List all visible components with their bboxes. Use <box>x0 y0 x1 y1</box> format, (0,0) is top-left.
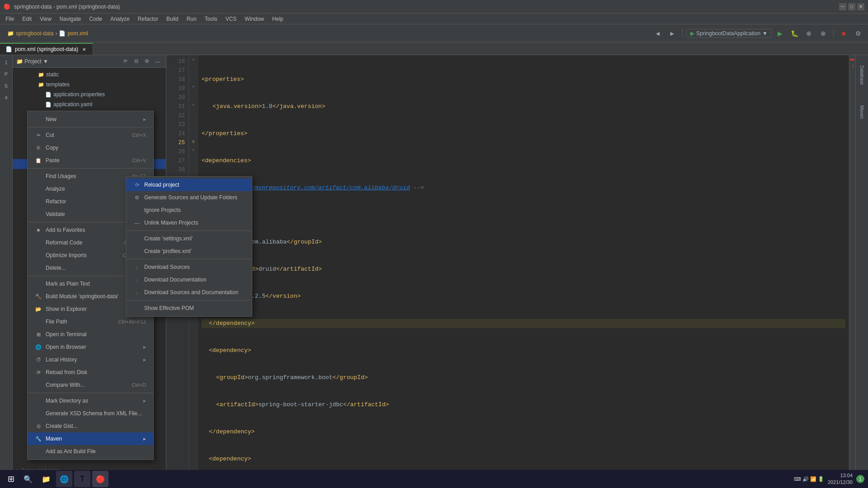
submenu-download-sources[interactable]: ↓ Download Sources <box>126 261 252 273</box>
menu-window[interactable]: Window <box>241 15 268 23</box>
ctx-icon-terminal: ⊞ <box>35 332 42 338</box>
ctx-arrow-browser: ▸ <box>143 344 146 350</box>
left-icon-4[interactable]: 4 <box>1 92 12 103</box>
ctx-item-new[interactable]: New ▸ <box>28 113 153 126</box>
ctx-item-ant-build[interactable]: Add as Ant Build File <box>28 445 153 458</box>
menu-navigate[interactable]: Navigate <box>56 15 85 23</box>
menu-help[interactable]: Help <box>269 15 287 23</box>
error-count: 1 <box>852 64 854 69</box>
app-icon: 🔴 <box>4 4 10 10</box>
file-icon: 📄 <box>45 102 52 108</box>
editor-tab-bar: 📄 pom.xml (springboot-data) ✕ <box>0 42 868 55</box>
submenu-create-settings[interactable]: Create 'settings.xml' <box>126 232 252 245</box>
taskbar-text[interactable]: T <box>74 471 90 487</box>
fold-btn-19[interactable]: ▾ <box>192 84 194 89</box>
taskbar-search[interactable]: 🔍 <box>20 471 36 487</box>
ctx-item-generate-xsd[interactable]: Generate XSD Schema from XML File... <box>28 407 153 420</box>
menu-code[interactable]: Code <box>85 15 106 23</box>
panel-settings-button[interactable]: ⚙ <box>142 57 151 66</box>
submenu-effective-pom[interactable]: Show Effective POM <box>126 302 252 314</box>
submenu-download-both[interactable]: ↓ Download Sources and Documentation <box>126 286 252 299</box>
ctx-item-copy[interactable]: ⎘ Copy <box>28 141 153 154</box>
submenu-ignore-projects[interactable]: Ignore Projects <box>126 204 252 216</box>
ctx-item-create-gist[interactable]: ⊙ Create Gist... <box>28 420 153 432</box>
left-icon-project[interactable]: P <box>1 69 12 80</box>
tree-item-app-yaml[interactable]: 📄 application.yaml <box>13 99 166 109</box>
panel-collapse-button[interactable]: ⊟ <box>132 57 141 66</box>
close-button[interactable]: ✕ <box>857 3 864 10</box>
right-icon-maven[interactable]: Maven <box>857 94 868 130</box>
submenu-reload-project[interactable]: ⟳ Reload project <box>126 178 252 191</box>
fold-btn-26[interactable]: ▾ <box>192 147 194 153</box>
code-line-21: <dependency> <box>202 211 845 220</box>
taskbar-chrome[interactable]: 🌐 <box>56 471 72 487</box>
ctx-icon-build: 🔨 <box>35 294 42 300</box>
maximize-button[interactable]: □ <box>848 3 855 10</box>
run-with-coverage[interactable]: ⊕ <box>802 27 815 40</box>
fold-btn-21[interactable]: ▾ <box>192 102 194 108</box>
back-button[interactable]: ◄ <box>651 27 664 40</box>
left-icon-1[interactable]: 1 <box>1 57 12 68</box>
stop-button[interactable]: ■ <box>837 27 850 40</box>
ctx-icon-browser: 🌐 <box>35 344 42 350</box>
left-icon-structure[interactable]: S <box>1 80 12 91</box>
submenu-download-docs[interactable]: ↓ Download Documentation <box>126 273 252 286</box>
submenu-unlink-maven[interactable]: — Unlink Maven Projects <box>126 216 252 229</box>
tree-item-static[interactable]: 📁 static <box>13 70 166 80</box>
menu-run[interactable]: Run <box>183 15 200 23</box>
ctx-item-open-browser[interactable]: 🌐 Open in Browser ▸ <box>28 341 153 353</box>
ctx-item-maven[interactable]: 🔧 Maven ▸ <box>28 432 153 445</box>
editor-area: 16 17 18 19 20 21 22 23 24 25 26 27 28 2… <box>166 55 855 476</box>
submenu-generate-sources[interactable]: ⚙ Generate Sources and Update Folders <box>126 191 252 204</box>
folder-icon: 📁 <box>38 82 44 88</box>
menu-vcs[interactable]: VCS <box>222 15 241 23</box>
menu-view[interactable]: View <box>36 15 55 23</box>
ctx-item-open-terminal[interactable]: ⊞ Open in Terminal <box>28 328 153 341</box>
ctx-item-paste[interactable]: 📋 Paste Ctrl+V <box>28 154 153 167</box>
code-line-18: </properties> <box>202 129 845 138</box>
panel-minimize-button[interactable]: — <box>153 57 162 66</box>
taskbar-right: ⌨ 🔊 📶 🔋 13:04 2021/12/30 1 <box>794 472 864 486</box>
tab-close-button[interactable]: ✕ <box>81 46 87 52</box>
menu-file[interactable]: File <box>2 15 18 23</box>
taskbar-files[interactable]: 📁 <box>38 471 54 487</box>
debug-button[interactable]: 🐛 <box>788 27 801 40</box>
run-config-selector[interactable]: ▶ SpringbootDataApplication ▼ <box>686 29 772 38</box>
menu-build[interactable]: Build <box>163 15 182 23</box>
submenu-icon-generate: ⚙ <box>133 195 141 201</box>
code-line-16: <properties> <box>202 75 845 84</box>
start-button[interactable]: ⊞ <box>4 472 18 486</box>
editor-tab-pom[interactable]: 📄 pom.xml (springboot-data) ✕ <box>0 43 93 55</box>
menu-analyze[interactable]: Analyze <box>107 15 133 23</box>
menu-edit[interactable]: Edit <box>19 15 35 23</box>
code-line-28: <artifactId>spring-boot-starter-jdbc</ar… <box>202 400 845 409</box>
ctx-item-compare-with[interactable]: Compare With... Ctrl+D <box>28 379 153 391</box>
fold-btn-16[interactable]: ▾ <box>192 57 194 62</box>
settings-button[interactable]: ⚙ <box>852 27 864 40</box>
title-bar-left: 🔴 springboot-data - pom.xml (springboot-… <box>4 4 120 10</box>
forward-button[interactable]: ► <box>666 27 679 40</box>
ctx-item-local-history[interactable]: ⏱ Local History ▸ <box>28 353 153 366</box>
tab-icon: 📄 <box>5 46 12 52</box>
ctx-item-file-path[interactable]: File Path Ctrl+Alt+F12 <box>28 315 153 328</box>
run-button[interactable]: ▶ <box>774 27 786 40</box>
tree-item-templates[interactable]: 📁 templates <box>13 80 166 89</box>
project-panel-header: 📁 Project ▼ ⟳ ⊟ ⚙ — <box>13 55 166 68</box>
tree-item-app-props[interactable]: 📄 application.properties <box>13 89 166 99</box>
right-icon-database[interactable]: Database <box>857 57 868 93</box>
minimize-button[interactable]: ─ <box>839 3 846 10</box>
menu-refactor[interactable]: Refactor <box>134 15 162 23</box>
panel-sync-button[interactable]: ⟳ <box>121 57 130 66</box>
ctx-item-reload-disk[interactable]: ⟳ Reload from Disk <box>28 366 153 379</box>
taskbar: ⊞ 🔍 📁 🌐 T 🔴 ⌨ 🔊 📶 🔋 13:04 2021/12/30 1 <box>0 470 868 488</box>
ctx-item-mark-directory[interactable]: Mark Directory as ▸ <box>28 394 153 407</box>
taskbar-intellij[interactable]: 🔴 <box>92 471 108 487</box>
ctx-arrow-history: ▸ <box>143 357 146 363</box>
notification-badge[interactable]: 1 <box>856 475 864 483</box>
submenu-create-profiles[interactable]: Create 'profiles.xml' <box>126 245 252 258</box>
profiler-button[interactable]: ⊗ <box>817 27 830 40</box>
code-content[interactable]: <properties> <java.version>1.8</java.ver… <box>198 55 849 476</box>
ctx-item-cut[interactable]: ✂ Cut Ctrl+X <box>28 129 153 141</box>
menu-tools[interactable]: Tools <box>201 15 221 23</box>
code-line-24: <version>1.2.5</version> <box>202 292 845 301</box>
